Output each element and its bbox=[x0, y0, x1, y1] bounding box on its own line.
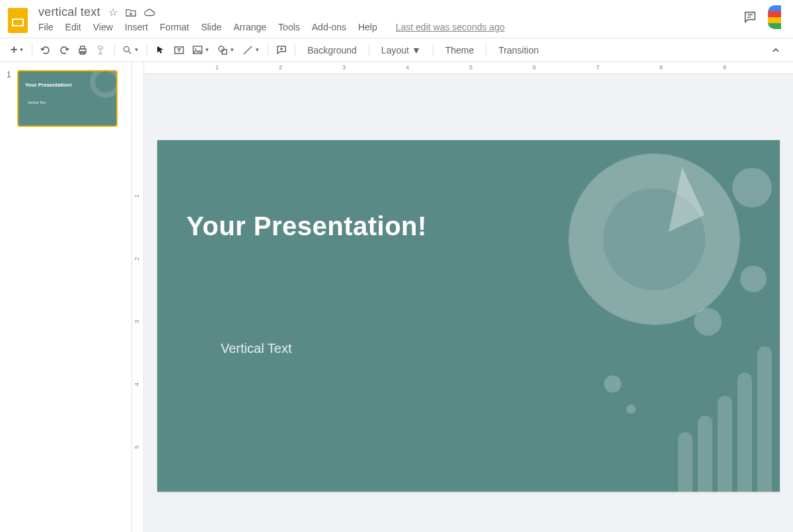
add-comment-button[interactable] bbox=[274, 42, 289, 59]
theme-button[interactable]: Theme bbox=[439, 45, 481, 56]
menu-format[interactable]: Format bbox=[160, 22, 189, 32]
slide-thumbnail-1[interactable]: Your Presentation! Vertical Text bbox=[17, 70, 118, 127]
menu-slide[interactable]: Slide bbox=[201, 22, 221, 32]
star-icon[interactable]: ☆ bbox=[108, 6, 118, 19]
thumb-title: Your Presentation! bbox=[25, 82, 72, 88]
paint-format-button[interactable] bbox=[93, 42, 109, 59]
slide-number: 1 bbox=[7, 70, 13, 127]
slides-app-icon[interactable] bbox=[8, 8, 32, 32]
menu-help[interactable]: Help bbox=[358, 22, 377, 32]
toolbar: +▼ ▼ ▼ ▼ ▼ Background Layout▼ Theme Tran… bbox=[0, 38, 793, 62]
menu-file[interactable]: File bbox=[38, 22, 54, 32]
decorative-circle-icon bbox=[626, 404, 636, 414]
move-icon[interactable] bbox=[126, 8, 136, 17]
thumb-subtitle: Vertical Text bbox=[28, 100, 46, 104]
svg-point-6 bbox=[195, 48, 196, 50]
cloud-status-icon[interactable] bbox=[144, 8, 156, 17]
decorative-circle-icon bbox=[740, 266, 767, 292]
menu-bar: File Edit View Insert Format Slide Arran… bbox=[38, 22, 743, 32]
comments-icon[interactable] bbox=[743, 10, 757, 24]
collapse-toolbar-icon[interactable] bbox=[768, 42, 784, 59]
slide-canvas[interactable]: Your Presentation! Vertical Text bbox=[157, 140, 780, 492]
slide-subtitle[interactable]: Vertical Text bbox=[221, 341, 291, 356]
filmstrip: 1 Your Presentation! Vertical Text bbox=[0, 62, 132, 532]
svg-rect-1 bbox=[81, 46, 85, 49]
image-tool[interactable]: ▼ bbox=[190, 42, 212, 59]
slide-title[interactable]: Your Presentation! bbox=[186, 211, 427, 241]
horizontal-ruler: 1 2 3 4 5 6 7 8 9 bbox=[144, 62, 793, 74]
print-button[interactable] bbox=[75, 42, 91, 59]
transition-button[interactable]: Transition bbox=[492, 45, 545, 56]
decorative-circle-icon bbox=[604, 375, 621, 393]
menu-tools[interactable]: Tools bbox=[278, 22, 300, 32]
svg-point-7 bbox=[219, 46, 224, 52]
undo-button[interactable] bbox=[38, 42, 54, 59]
new-slide-button[interactable]: +▼ bbox=[8, 42, 26, 59]
background-button[interactable]: Background bbox=[301, 45, 363, 56]
vertical-ruler: 1 2 3 4 5 bbox=[132, 62, 144, 532]
slide-stage[interactable]: Your Presentation! Vertical Text bbox=[144, 74, 793, 532]
menu-view[interactable]: View bbox=[93, 22, 113, 32]
shape-tool[interactable]: ▼ bbox=[215, 42, 237, 59]
line-tool[interactable]: ▼ bbox=[240, 42, 262, 59]
layout-button[interactable]: Layout▼ bbox=[375, 45, 428, 56]
account-avatar[interactable] bbox=[768, 5, 781, 29]
menu-addons[interactable]: Add-ons bbox=[312, 22, 346, 32]
redo-button[interactable] bbox=[56, 42, 72, 59]
textbox-tool[interactable] bbox=[171, 42, 187, 59]
svg-rect-8 bbox=[222, 50, 227, 54]
menu-arrange[interactable]: Arrange bbox=[233, 22, 266, 32]
menu-insert[interactable]: Insert bbox=[125, 22, 148, 32]
zoom-button[interactable]: ▼ bbox=[120, 42, 141, 59]
select-tool[interactable] bbox=[153, 42, 169, 59]
svg-point-3 bbox=[124, 46, 130, 52]
decorative-bars-icon bbox=[678, 346, 772, 492]
document-title[interactable]: vertical text bbox=[38, 5, 100, 19]
decorative-circle-icon bbox=[732, 168, 772, 208]
decorative-ring-icon bbox=[568, 153, 740, 325]
decorative-circle-icon bbox=[694, 308, 722, 336]
last-edit-link[interactable]: Last edit was seconds ago bbox=[396, 22, 505, 32]
menu-edit[interactable]: Edit bbox=[65, 22, 81, 32]
